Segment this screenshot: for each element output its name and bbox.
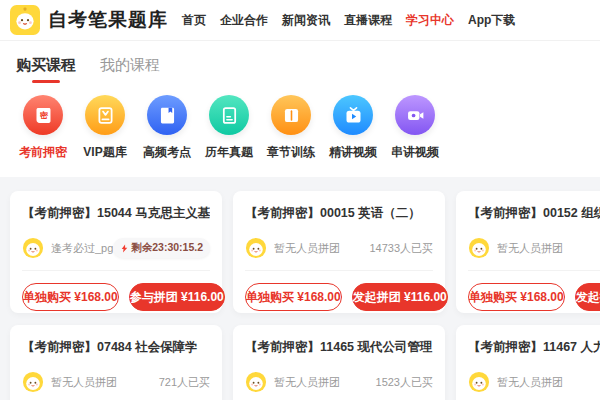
course-title: 【考前押密】11467 人力资源统计学	[468, 339, 600, 356]
user-avatar	[468, 371, 490, 393]
buyers-count: 14733人已买	[369, 241, 433, 256]
tv-play-icon	[333, 95, 373, 135]
buy-alone-button[interactable]: 单独购买 ¥168.00	[245, 283, 342, 311]
course-tabs: 购买课程 我的课程	[0, 41, 600, 83]
user-avatar	[22, 237, 44, 259]
nav-item-live-courses[interactable]: 直播课程	[344, 12, 392, 29]
divider	[468, 270, 600, 271]
category-key-points[interactable]: 高频考点	[136, 95, 198, 161]
course-title: 【考前押密】15044 马克思主义基本原理	[22, 205, 210, 222]
user-avatar	[245, 237, 267, 259]
course-card[interactable]: 【考前押密】00152 组织行为学 暂无人员拼团 单独购买 ¥168.00 发起…	[456, 191, 600, 313]
user-avatar	[245, 371, 267, 393]
header: 自考笔果题库 首页 企业合作 新闻资讯 直播课程 学习中心 App下载	[0, 0, 600, 41]
nav-item-news[interactable]: 新闻资讯	[282, 12, 330, 29]
buy-alone-button[interactable]: 单独购买 ¥168.00	[468, 283, 565, 311]
open-book-icon	[271, 95, 311, 135]
course-title: 【考前押密】11465 现代公司管理	[245, 339, 433, 356]
start-group-buy-button[interactable]: 发起拼团 ¥116.00	[352, 283, 448, 311]
course-card[interactable]: 【考前押密】15044 马克思主义基本原理 逢考必过_pg7ks等用户正在拼团 …	[10, 191, 222, 313]
countdown-text: 剩余23:30:15.2	[131, 241, 203, 255]
bookmark-book-icon	[147, 95, 187, 135]
page-top: 自考笔果题库 首页 企业合作 新闻资讯 直播课程 学习中心 App下载 购买课程…	[0, 0, 600, 177]
group-status-text: 暂无人员拼团	[497, 375, 563, 390]
course-title: 【考前押密】00152 组织行为学	[468, 205, 600, 222]
course-card[interactable]: 【考前押密】07484 社会保障学 暂无人员拼团 721人已买 单独购买 ¥16…	[10, 325, 222, 400]
buyers-count: 1523人已买	[376, 375, 433, 390]
nav-item-enterprise[interactable]: 企业合作	[220, 12, 268, 29]
nav-item-app-download[interactable]: App下载	[468, 12, 515, 29]
category-vip-bank[interactable]: VIP题库	[74, 95, 136, 161]
countdown-badge: 剩余23:30:15.2	[113, 238, 210, 258]
course-card[interactable]: 【考前押密】11465 现代公司管理 暂无人员拼团 1523人已买 单独购买 ¥…	[233, 325, 445, 400]
category-exam-secrets[interactable]: 密 考前押密	[12, 95, 74, 161]
group-status-text: 暂无人员拼团	[51, 375, 117, 390]
category-past-papers[interactable]: 历年真题	[198, 95, 260, 161]
svg-text:密: 密	[40, 110, 49, 119]
category-chapter-practice[interactable]: 章节训练	[260, 95, 322, 161]
tab-my-courses[interactable]: 我的课程	[100, 56, 160, 83]
course-title: 【考前押密】00015 英语（二）	[245, 205, 433, 222]
divider	[22, 270, 210, 271]
nav-item-learning-center[interactable]: 学习中心	[406, 12, 454, 29]
active-tab-underline	[32, 80, 60, 83]
divider	[245, 270, 433, 271]
start-group-buy-button[interactable]: 发起拼团 ¥116.00	[575, 283, 600, 311]
group-status-text: 暂无人员拼团	[497, 241, 563, 256]
category-review-videos[interactable]: 串讲视频	[384, 95, 446, 161]
user-avatar	[468, 237, 490, 259]
lightning-icon	[120, 243, 129, 254]
category-lecture-videos[interactable]: 精讲视频	[322, 95, 384, 161]
nav-item-home[interactable]: 首页	[182, 12, 206, 29]
buy-alone-button[interactable]: 单独购买 ¥168.00	[22, 283, 119, 311]
seal-scroll-icon: 密	[23, 95, 63, 135]
course-card-grid: 【考前押密】15044 马克思主义基本原理 逢考必过_pg7ks等用户正在拼团 …	[0, 177, 600, 400]
group-status-text: 暂无人员拼团	[274, 375, 340, 390]
group-status-text: 逢考必过_pg7ks等用户正在拼团	[51, 241, 113, 256]
main-nav: 首页 企业合作 新闻资讯 直播课程 学习中心 App下载	[182, 12, 515, 29]
vip-book-icon	[85, 95, 125, 135]
join-group-buy-button[interactable]: 参与拼团 ¥116.00	[129, 283, 225, 311]
biguo-mascot-logo-icon	[10, 5, 40, 35]
brand-title: 自考笔果题库	[48, 7, 168, 33]
exam-paper-icon	[209, 95, 249, 135]
course-title: 【考前押密】07484 社会保障学	[22, 339, 210, 356]
tab-my-courses-label: 我的课程	[100, 56, 160, 75]
course-card[interactable]: 【考前押密】00015 英语（二） 暂无人员拼团 14733人已买 单独购买 ¥…	[233, 191, 445, 313]
group-status-text: 暂无人员拼团	[274, 241, 340, 256]
tab-buy-courses-label: 购买课程	[16, 56, 76, 75]
video-camera-icon	[395, 95, 435, 135]
user-avatar	[22, 371, 44, 393]
buyers-count: 721人已买	[159, 375, 210, 390]
course-card[interactable]: 【考前押密】11467 人力资源统计学 暂无人员拼团 单独购买 ¥168.00 …	[456, 325, 600, 400]
tab-buy-courses[interactable]: 购买课程	[16, 56, 76, 83]
category-row: 密 考前押密 VIP题库 高频考点	[0, 83, 600, 177]
